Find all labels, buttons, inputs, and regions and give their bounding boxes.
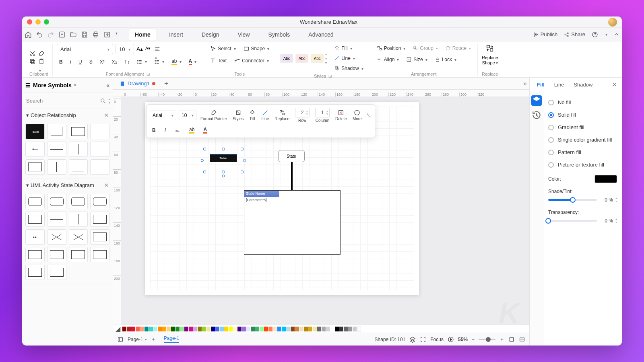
fill-option-single-gradient[interactable]: Single color gradient fill (548, 134, 617, 146)
color-swatch[interactable] (344, 327, 348, 331)
shadow-button[interactable]: Shadow (332, 64, 365, 73)
ftb-format-painter[interactable]: Format Painter (199, 109, 229, 122)
color-swatch[interactable] (295, 327, 299, 331)
uml-shape-5[interactable] (25, 212, 45, 227)
color-swatch[interactable] (313, 327, 317, 331)
shape-tool-button[interactable]: Shape (241, 44, 272, 53)
layers-icon[interactable] (409, 336, 416, 343)
save-icon[interactable] (81, 31, 88, 38)
size-button[interactable]: Size (404, 55, 429, 64)
collapse-ribbon-icon[interactable] (614, 32, 619, 37)
color-swatch[interactable] (237, 327, 242, 331)
position-button[interactable]: Position (374, 44, 408, 53)
color-swatch[interactable] (322, 327, 326, 331)
help-dropdown[interactable] (605, 32, 607, 37)
uml-shape-7[interactable] (69, 212, 88, 227)
dialog-launcher-icon[interactable]: ◲ (147, 72, 150, 76)
color-swatch[interactable] (291, 327, 295, 331)
color-swatch[interactable] (264, 327, 268, 331)
color-swatch[interactable] (206, 327, 211, 331)
color-swatch[interactable] (131, 327, 135, 331)
color-swatch[interactable] (268, 327, 272, 331)
color-swatch[interactable] (224, 327, 228, 331)
select-tool-button[interactable]: Select (207, 44, 238, 53)
uml-shape-8[interactable] (90, 212, 109, 227)
color-swatch[interactable] (198, 327, 202, 331)
quick-style-2[interactable]: Abc (295, 54, 308, 63)
shape-3[interactable] (69, 124, 88, 139)
color-swatch[interactable] (171, 327, 175, 331)
copy-icon[interactable] (29, 58, 36, 65)
color-swatch[interactable] (122, 327, 126, 331)
shapes-panel-title[interactable]: More Symbols (33, 82, 72, 88)
publish-button[interactable]: Publish (533, 31, 558, 37)
text-tool-button[interactable]: Text (207, 56, 229, 66)
selection-handles[interactable] (205, 149, 242, 172)
open-folder-icon[interactable] (70, 31, 77, 38)
ftb-replace[interactable]: Replace (273, 109, 291, 122)
replace-shape-button[interactable]: Replace Shape (482, 55, 498, 66)
uml-shape-1[interactable] (25, 194, 45, 209)
strikethrough-button[interactable]: S (87, 58, 95, 66)
fill-option-none[interactable]: No fill (548, 96, 617, 109)
color-swatch[interactable] (277, 327, 281, 331)
color-swatch[interactable] (175, 327, 180, 331)
export-icon[interactable] (103, 31, 111, 38)
transparency-value[interactable]: 0 % (600, 218, 617, 224)
shape-8[interactable] (90, 142, 109, 157)
superscript-button[interactable]: X² (97, 58, 107, 66)
fullscreen-icon[interactable] (519, 336, 525, 343)
ftb-fill[interactable]: Fill (248, 109, 257, 122)
zoom-in-button[interactable]: ＋ (500, 336, 504, 343)
eyedropper-icon[interactable]: ◢ (116, 325, 122, 333)
italic-button[interactable]: I (68, 58, 74, 66)
fill-option-gradient[interactable]: Gradient fill (548, 121, 617, 134)
replace-shape-icon[interactable] (485, 44, 494, 53)
uml-shape-4[interactable] (90, 194, 109, 209)
connector-tool-button[interactable]: Connector (231, 56, 271, 66)
ftb-font-color-icon[interactable]: A (201, 125, 209, 135)
close-window-button[interactable] (27, 19, 32, 25)
page-layout-icon[interactable] (117, 336, 124, 343)
color-swatch[interactable] (357, 327, 361, 331)
color-swatch[interactable] (220, 327, 224, 331)
uml-shape-2[interactable] (47, 194, 66, 209)
color-swatch[interactable] (127, 327, 131, 331)
fill-color-swatch[interactable] (594, 175, 617, 183)
shape-table[interactable]: Table (25, 124, 45, 139)
color-swatch[interactable] (202, 327, 206, 331)
color-swatch[interactable] (251, 327, 255, 331)
panel-scroll-down[interactable]: ▾ (109, 101, 110, 105)
align-menu-icon[interactable] (154, 46, 161, 52)
tab-symbols[interactable]: Symbols (263, 29, 296, 40)
transparency-slider[interactable] (548, 220, 597, 222)
help-icon[interactable] (592, 31, 598, 38)
uml-shape-18[interactable] (47, 265, 66, 280)
color-swatch[interactable] (189, 327, 193, 331)
ftb-size-dropdown[interactable]: 10▾ (179, 111, 196, 120)
minimize-window-button[interactable] (35, 19, 41, 25)
font-family-dropdown[interactable]: Arial▾ (57, 44, 113, 54)
color-swatch[interactable] (153, 327, 157, 331)
uml-shape-6[interactable] (47, 212, 66, 227)
shade-value[interactable]: 0 % (600, 197, 617, 203)
format-tab-shadow[interactable]: Shadow (569, 79, 597, 90)
lock-button[interactable]: Lock (432, 55, 459, 64)
quick-style-1[interactable]: Abc (280, 54, 293, 63)
color-swatch[interactable] (158, 327, 162, 331)
format-tab-fill[interactable]: Fill (532, 79, 549, 90)
color-swatch[interactable] (335, 327, 339, 331)
decrease-font-icon[interactable]: A▾ (145, 46, 152, 52)
fill-option-picture[interactable]: Picture or texture fill (548, 158, 617, 171)
new-tab-button[interactable]: ＋ (163, 80, 170, 87)
shape-5[interactable]: ●— (25, 142, 45, 157)
color-swatch[interactable] (144, 327, 149, 331)
fit-page-icon[interactable] (508, 336, 515, 343)
cut-icon[interactable] (29, 50, 36, 57)
focus-label[interactable]: Focus (430, 337, 444, 342)
quick-styles-gallery[interactable]: Abc Abc Abc (280, 54, 324, 63)
quick-style-3[interactable]: Abc (311, 54, 324, 63)
group-button[interactable]: Group (410, 44, 440, 53)
zoom-slider[interactable] (479, 339, 495, 340)
color-swatch[interactable] (215, 327, 219, 331)
